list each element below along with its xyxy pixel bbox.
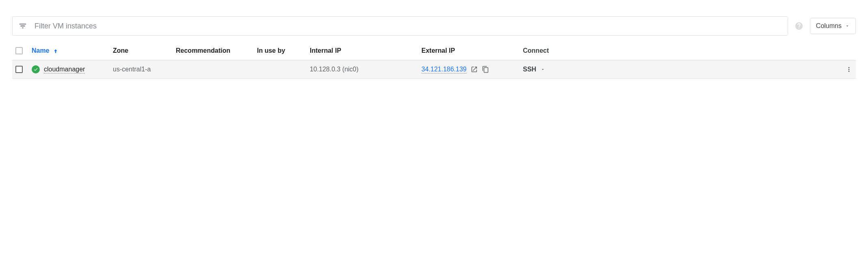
filter-box[interactable]: [12, 16, 788, 36]
columns-button[interactable]: Columns: [810, 18, 856, 34]
filter-input[interactable]: [34, 22, 782, 31]
column-header-recommendation[interactable]: Recommendation: [173, 43, 254, 60]
ssh-label: SSH: [523, 66, 536, 73]
column-header-connect: Connect: [520, 43, 856, 60]
table-row: cloudmanager us-central1-a 10.128.0.3 (n…: [12, 60, 856, 79]
copy-icon[interactable]: [482, 66, 489, 73]
caret-down-icon: [540, 67, 545, 72]
column-header-in-use-by[interactable]: In use by: [254, 43, 307, 60]
column-header-zone[interactable]: Zone: [110, 43, 173, 60]
select-all-checkbox[interactable]: [15, 47, 23, 54]
status-running-icon: [32, 65, 40, 73]
column-header-internal-ip[interactable]: Internal IP: [307, 43, 418, 60]
vm-instances-table: Name Zone Recommendation In use by Inter…: [12, 43, 856, 79]
sort-asc-icon: [53, 48, 58, 54]
column-header-name[interactable]: Name: [28, 43, 110, 60]
columns-button-label: Columns: [816, 22, 842, 30]
filter-icon: [18, 22, 27, 30]
instance-name-link[interactable]: cloudmanager: [44, 66, 85, 73]
column-header-external-ip[interactable]: External IP: [418, 43, 520, 60]
internal-ip-value: 10.128.0.3 (nic0): [310, 66, 358, 73]
help-icon[interactable]: [795, 22, 803, 30]
zone-value: us-central1-a: [113, 66, 151, 73]
more-vert-icon[interactable]: [845, 66, 853, 73]
open-in-new-icon[interactable]: [471, 66, 478, 73]
caret-down-icon: [845, 24, 850, 28]
header-name-label: Name: [32, 47, 50, 54]
row-checkbox[interactable]: [15, 66, 23, 73]
external-ip-link[interactable]: 34.121.186.139: [421, 66, 466, 73]
ssh-button[interactable]: SSH: [523, 66, 545, 73]
